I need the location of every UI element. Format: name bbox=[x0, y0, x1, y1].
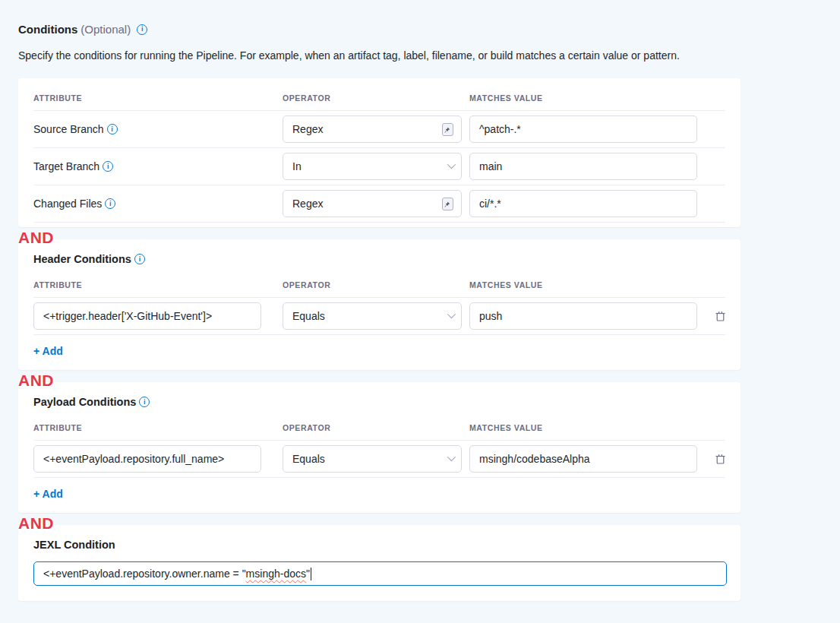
column-header-operator: OPERATOR bbox=[283, 280, 462, 289]
conditions-info-icon[interactable]: i bbox=[137, 24, 147, 35]
optional-label: (Optional) bbox=[81, 23, 131, 36]
condition-row-source-branch: Source Branch i Regex bbox=[33, 111, 725, 148]
target-branch-operator-select[interactable]: In bbox=[283, 153, 462, 180]
conditions-section: Conditions (Optional) i Specify the cond… bbox=[0, 0, 741, 601]
jexl-condition-title: JEXL Condition bbox=[33, 539, 115, 551]
column-header-operator: OPERATOR bbox=[283, 423, 462, 432]
page-title: Conditions bbox=[18, 23, 77, 36]
delete-row-button[interactable] bbox=[711, 307, 729, 325]
source-branch-label: Source Branch bbox=[33, 123, 104, 135]
header-attribute-input[interactable] bbox=[33, 302, 261, 330]
add-row: + Add bbox=[33, 478, 725, 504]
payload-conditions-title: Payload Conditions bbox=[33, 396, 136, 408]
header-conditions-info-icon[interactable]: i bbox=[134, 254, 145, 264]
header-condition-row: Equals bbox=[33, 298, 725, 335]
column-header-matches-value: MATCHES VALUE bbox=[469, 93, 697, 103]
column-header-matches-value: MATCHES VALUE bbox=[469, 280, 697, 289]
row-label: Changed Files i bbox=[33, 198, 275, 210]
section-heading: Conditions (Optional) i bbox=[18, 23, 741, 36]
chevron-down-icon bbox=[447, 160, 456, 168]
column-header-attribute: ATTRIBUTE bbox=[33, 93, 275, 103]
column-header-attribute: ATTRIBUTE bbox=[33, 423, 275, 432]
fixed-input-pin-icon[interactable] bbox=[442, 123, 453, 136]
and-separator: AND bbox=[18, 229, 71, 247]
operator-value: Equals bbox=[292, 310, 325, 322]
branch-conditions-panel: ATTRIBUTE OPERATOR MATCHES VALUE Source … bbox=[18, 78, 741, 227]
header-operator-select[interactable]: Equals bbox=[283, 302, 462, 330]
jexl-condition-panel: JEXL Condition <+eventPayload.repository… bbox=[18, 525, 741, 601]
add-row: + Add bbox=[33, 335, 725, 361]
payload-operator-select[interactable]: Equals bbox=[283, 445, 462, 473]
changed-files-value-input[interactable] bbox=[469, 190, 697, 217]
target-branch-value-input[interactable] bbox=[469, 153, 697, 180]
changed-files-operator-select[interactable]: Regex bbox=[283, 190, 462, 217]
payload-attribute-input[interactable] bbox=[33, 445, 261, 473]
chevron-down-icon bbox=[447, 452, 456, 460]
payload-conditions-info-icon[interactable]: i bbox=[139, 397, 150, 407]
text-cursor bbox=[311, 568, 311, 580]
source-branch-info-icon[interactable]: i bbox=[107, 124, 118, 134]
operator-value: Equals bbox=[292, 453, 325, 465]
trash-icon bbox=[715, 310, 726, 322]
and-separator: AND bbox=[18, 514, 71, 533]
trash-icon bbox=[715, 453, 726, 465]
header-conditions-panel: Header Conditions i ATTRIBUTE OPERATOR M… bbox=[18, 239, 741, 370]
jexl-condition-input[interactable]: <+eventPayload.repository.owner.name = "… bbox=[33, 561, 727, 586]
header-conditions-title: Header Conditions bbox=[33, 253, 131, 265]
payload-value-input[interactable] bbox=[469, 445, 697, 473]
operator-value: Regex bbox=[292, 198, 323, 210]
row-label: Source Branch i bbox=[33, 123, 275, 135]
source-branch-value-input[interactable] bbox=[469, 115, 697, 143]
header-value-input[interactable] bbox=[469, 302, 697, 330]
source-branch-operator-select[interactable]: Regex bbox=[283, 115, 462, 143]
condition-row-target-branch: Target Branch i In bbox=[33, 148, 725, 185]
and-separator: AND bbox=[18, 372, 71, 390]
operator-value: In bbox=[292, 160, 302, 172]
add-payload-condition-button[interactable]: + Add bbox=[33, 488, 63, 500]
column-header-attribute: ATTRIBUTE bbox=[33, 280, 275, 289]
condition-row-changed-files: Changed Files i Regex bbox=[33, 185, 725, 223]
column-header-row: ATTRIBUTE OPERATOR MATCHES VALUE bbox=[33, 419, 725, 441]
column-header-row: ATTRIBUTE OPERATOR MATCHES VALUE bbox=[33, 276, 725, 298]
changed-files-info-icon[interactable]: i bbox=[105, 198, 115, 209]
row-label: Target Branch i bbox=[33, 160, 275, 172]
target-branch-info-icon[interactable]: i bbox=[103, 161, 113, 172]
panel-title-row: JEXL Condition bbox=[33, 539, 725, 551]
payload-condition-row: Equals bbox=[33, 441, 725, 478]
jexl-value-misspelled: msingh-docs bbox=[246, 568, 306, 580]
delete-row-button[interactable] bbox=[711, 450, 729, 468]
payload-conditions-panel: Payload Conditions i ATTRIBUTE OPERATOR … bbox=[18, 382, 741, 513]
section-description: Specify the conditions for running the P… bbox=[18, 49, 741, 62]
jexl-value-prefix: <+eventPayload.repository.owner.name = " bbox=[43, 568, 246, 580]
panel-title-row: Header Conditions i bbox=[33, 253, 725, 265]
changed-files-label: Changed Files bbox=[33, 198, 102, 210]
jexl-value-suffix: " bbox=[306, 568, 310, 580]
panel-title-row: Payload Conditions i bbox=[33, 396, 725, 408]
target-branch-label: Target Branch bbox=[33, 160, 99, 172]
add-header-condition-button[interactable]: + Add bbox=[33, 345, 63, 357]
column-header-matches-value: MATCHES VALUE bbox=[469, 423, 697, 432]
column-header-operator: OPERATOR bbox=[283, 93, 462, 103]
chevron-down-icon bbox=[447, 309, 456, 318]
column-header-row: ATTRIBUTE OPERATOR MATCHES VALUE bbox=[33, 89, 725, 111]
fixed-input-pin-icon[interactable] bbox=[442, 198, 453, 210]
operator-value: Regex bbox=[292, 123, 323, 135]
